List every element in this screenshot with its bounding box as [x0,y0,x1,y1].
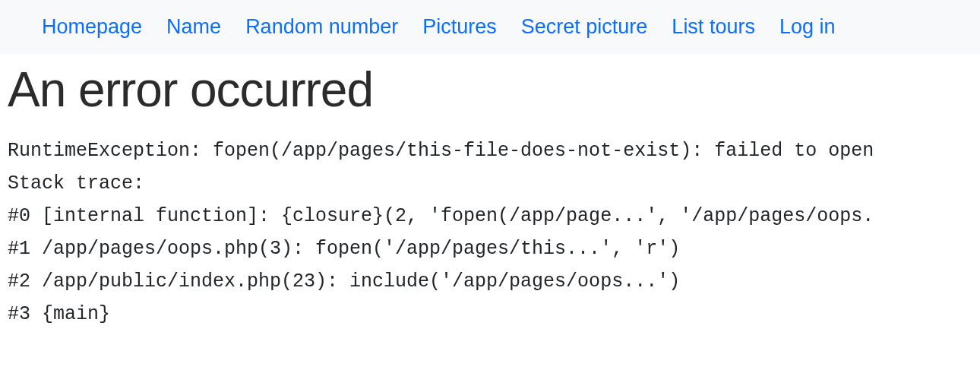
nav-homepage[interactable]: Homepage [42,15,142,39]
nav-random-number[interactable]: Random number [245,15,398,39]
navbar: Homepage Name Random number Pictures Sec… [0,0,980,54]
page-title: An error occurred [8,62,972,118]
nav-name[interactable]: Name [166,15,221,39]
stack-trace-container[interactable]: RuntimeException: fopen(/app/pages/this-… [8,134,972,340]
nav-secret-picture[interactable]: Secret picture [521,15,648,39]
nav-log-in[interactable]: Log in [779,15,836,39]
nav-list-tours[interactable]: List tours [672,15,755,39]
nav-pictures[interactable]: Pictures [422,15,497,39]
stack-trace: RuntimeException: fopen(/app/pages/this-… [8,134,972,330]
content: An error occurred RuntimeException: fope… [0,54,980,340]
